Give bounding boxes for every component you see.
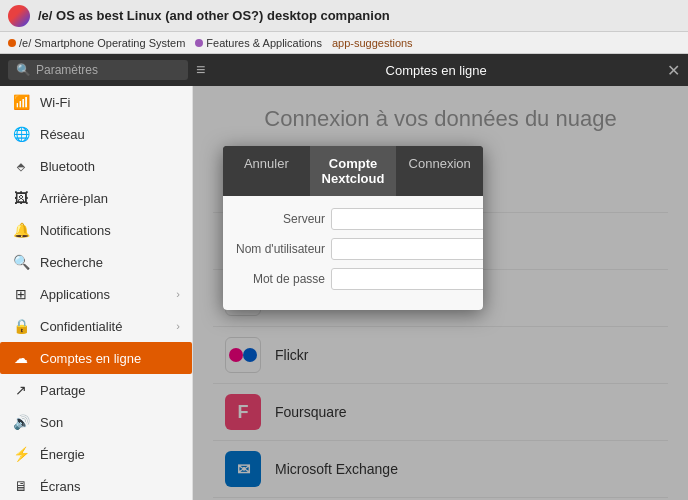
- sidebar-item-label-comptes: Comptes en ligne: [40, 351, 141, 366]
- tab-label-1: /e/ Smartphone Operating System: [19, 37, 185, 49]
- modal-tab-connexion[interactable]: Connexion: [396, 146, 483, 196]
- chevron-applications-icon: ›: [176, 288, 180, 300]
- sidebar-item-partage[interactable]: ↗ Partage: [0, 374, 192, 406]
- password-input[interactable]: [331, 268, 483, 290]
- username-input[interactable]: [331, 238, 483, 260]
- wifi-icon: 📶: [12, 94, 30, 110]
- sidebar-item-label-bluetooth: Bluetooth: [40, 159, 95, 174]
- tab-label-2: Features & Applications: [206, 37, 322, 49]
- tab-dot-2: [195, 39, 203, 47]
- sidebar-item-label-wifi: Wi-Fi: [40, 95, 70, 110]
- browser-logo: [8, 5, 30, 27]
- sidebar-item-label-partage: Partage: [40, 383, 86, 398]
- sidebar-item-bluetooth[interactable]: ⬘ Bluetooth: [0, 150, 192, 182]
- sidebar-item-wifi[interactable]: 📶 Wi-Fi: [0, 86, 192, 118]
- sidebar-item-energie[interactable]: ⚡ Énergie: [0, 438, 192, 470]
- bluetooth-icon: ⬘: [12, 158, 30, 174]
- close-button[interactable]: ✕: [667, 61, 680, 80]
- server-input[interactable]: [331, 208, 483, 230]
- sidebar-item-confidentialite[interactable]: 🔒 Confidentialité ›: [0, 310, 192, 342]
- sidebar-item-arriere-plan[interactable]: 🖼 Arrière-plan: [0, 182, 192, 214]
- sidebar-item-label-applications: Applications: [40, 287, 110, 302]
- privacy-icon: 🔒: [12, 318, 30, 334]
- hamburger-icon[interactable]: ≡: [196, 61, 205, 79]
- applications-icon: ⊞: [12, 286, 30, 302]
- server-label: Serveur: [235, 212, 325, 226]
- modal-field-server: Serveur: [235, 208, 471, 230]
- username-label: Nom d'utilisateur: [235, 242, 325, 256]
- modal-tab-cancel[interactable]: Annuler: [223, 146, 310, 196]
- sidebar-item-label-energie: Énergie: [40, 447, 85, 462]
- sidebar-item-label-notifications: Notifications: [40, 223, 111, 238]
- sidebar-item-label-arriere-plan: Arrière-plan: [40, 191, 108, 206]
- app-window: 🔍 Paramètres ≡ Comptes en ligne ✕ 📶 Wi-F…: [0, 54, 688, 500]
- power-icon: ⚡: [12, 446, 30, 462]
- search-icon: 🔍: [16, 63, 31, 77]
- sidebar-item-notifications[interactable]: 🔔 Notifications: [0, 214, 192, 246]
- modal-field-password: Mot de passe: [235, 268, 471, 290]
- window-titlebar: 🔍 Paramètres ≡ Comptes en ligne ✕: [0, 54, 688, 86]
- tab-item-1[interactable]: /e/ Smartphone Operating System: [8, 37, 185, 49]
- main-content: Connexion à vos données du nuage Nextclo…: [193, 86, 688, 500]
- sidebar-item-recherche[interactable]: 🔍 Recherche: [0, 246, 192, 278]
- sound-icon: 🔊: [12, 414, 30, 430]
- modal-tabs: Annuler Compte Nextcloud Connexion: [223, 146, 483, 196]
- display-icon: 🖥: [12, 478, 30, 494]
- tab-dot-1: [8, 39, 16, 47]
- network-icon: 🌐: [12, 126, 30, 142]
- browser-title: /e/ OS as best Linux (and other OS?) des…: [38, 8, 680, 23]
- sidebar-item-son[interactable]: 🔊 Son: [0, 406, 192, 438]
- modal-tab-nextcloud[interactable]: Compte Nextcloud: [310, 146, 397, 196]
- modal-dialog: Annuler Compte Nextcloud Connexion Serve…: [223, 146, 483, 310]
- chevron-privacy-icon: ›: [176, 320, 180, 332]
- search-icon-sidebar: 🔍: [12, 254, 30, 270]
- tab-link-app-suggestions[interactable]: app-suggestions: [332, 37, 413, 49]
- titlebar-label-left: Paramètres: [36, 63, 98, 77]
- modal-body: Serveur Nom d'utilisateur Mot de passe: [223, 196, 483, 310]
- browser-tab-bar: /e/ Smartphone Operating System Features…: [0, 32, 688, 54]
- password-label: Mot de passe: [235, 272, 325, 286]
- cloud-icon: ☁: [12, 350, 30, 366]
- modal-field-username: Nom d'utilisateur: [235, 238, 471, 260]
- sidebar-item-label-ecrans: Écrans: [40, 479, 80, 494]
- sidebar: 📶 Wi-Fi 🌐 Réseau ⬘ Bluetooth 🖼 Arrière-p…: [0, 86, 193, 500]
- sidebar-item-label-son: Son: [40, 415, 63, 430]
- sidebar-item-comptes-en-ligne[interactable]: ☁ Comptes en ligne: [0, 342, 192, 374]
- sidebar-item-ecrans[interactable]: 🖥 Écrans: [0, 470, 192, 500]
- content-area: 📶 Wi-Fi 🌐 Réseau ⬘ Bluetooth 🖼 Arrière-p…: [0, 86, 688, 500]
- wallpaper-icon: 🖼: [12, 190, 30, 206]
- notifications-icon: 🔔: [12, 222, 30, 238]
- sidebar-item-label-confidentialite: Confidentialité: [40, 319, 122, 334]
- sidebar-item-reseau[interactable]: 🌐 Réseau: [0, 118, 192, 150]
- titlebar-search-box[interactable]: 🔍 Paramètres: [8, 60, 188, 80]
- share-icon: ↗: [12, 382, 30, 398]
- titlebar-center-label: Comptes en ligne: [205, 63, 667, 78]
- tab-item-2[interactable]: Features & Applications: [195, 37, 322, 49]
- sidebar-item-applications[interactable]: ⊞ Applications ›: [0, 278, 192, 310]
- sidebar-item-label-reseau: Réseau: [40, 127, 85, 142]
- modal-overlay: Annuler Compte Nextcloud Connexion Serve…: [193, 86, 688, 500]
- browser-bar: /e/ OS as best Linux (and other OS?) des…: [0, 0, 688, 32]
- sidebar-item-label-recherche: Recherche: [40, 255, 103, 270]
